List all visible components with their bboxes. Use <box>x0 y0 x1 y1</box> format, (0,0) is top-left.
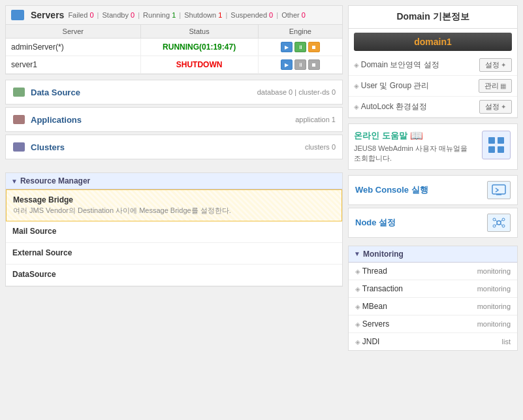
domain-row-label: Domain 보안영역 설정 <box>354 59 479 71</box>
clusters-title: Clusters <box>31 142 305 152</box>
monitoring-item-link[interactable]: monitoring <box>477 320 511 328</box>
failed-label: Failed <box>68 11 87 19</box>
monitoring-item-label: Servers <box>355 319 477 329</box>
standby-count: 0 <box>131 11 135 19</box>
applications-section[interactable]: Applications application 1 <box>5 107 343 132</box>
col-engine-header: Engine <box>258 25 342 39</box>
list-item: MBean monitoring <box>349 298 517 315</box>
domain-rows-container: Domain 보안영역 설정 설정 ✦ User 및 Group 관리 관리 ▦… <box>349 55 517 118</box>
monitoring-item-label: Thread <box>355 267 477 276</box>
applications-stats: application 1 <box>295 116 336 123</box>
applications-title: Applications <box>31 115 295 125</box>
list-item[interactable]: Mail Source <box>6 221 342 243</box>
svg-point-6 <box>493 218 496 221</box>
monitoring-item-label: MBean <box>355 302 477 311</box>
monitoring-item-label: Transaction <box>355 284 477 293</box>
monitoring-item-link[interactable]: list <box>502 338 511 346</box>
data-source-icon <box>12 86 25 99</box>
domain-row: User 및 Group 관리 관리 ▦ <box>349 76 517 97</box>
servers-stats: Failed 0 | Standby 0 | Running 1 | Shutd… <box>68 11 306 19</box>
clusters-stats: clusters 0 <box>305 143 336 151</box>
servers-icon <box>11 10 24 20</box>
domain-row-button[interactable]: 설정 ✦ <box>479 100 512 114</box>
engine-icon-1[interactable]: ▶ <box>281 59 293 70</box>
help-book-icon: 📖 <box>410 129 423 142</box>
data-source-stats: database 0 | cluster-ds 0 <box>257 88 336 96</box>
servers-title: Servers <box>31 10 64 20</box>
resource-manager-title: Resource Manager <box>20 176 90 186</box>
data-source-section[interactable]: Data Source database 0 | cluster-ds 0 <box>5 80 343 105</box>
engine-icon-2[interactable]: ⏸ <box>294 59 306 70</box>
engine-icon-2[interactable]: ⏸ <box>294 42 306 52</box>
svg-rect-0 <box>488 137 495 144</box>
monitoring-item-link[interactable]: monitoring <box>477 302 511 310</box>
svg-rect-3 <box>498 146 504 153</box>
domain-row-label: AutoLock 환경설정 <box>354 101 479 112</box>
server-engine: ▶ ⏸ ⏹ <box>258 39 342 56</box>
resource-item-title: Mail Source <box>12 227 336 236</box>
resource-item-title: DataSource <box>12 270 336 279</box>
col-status-header: Status <box>140 25 258 39</box>
failed-count: 0 <box>89 11 93 19</box>
domain-card: Domain 기본정보 domain1 Domain 보안영역 설정 설정 ✦ … <box>348 5 518 118</box>
server-name: server1 <box>6 56 140 74</box>
svg-point-9 <box>502 225 505 227</box>
running-label: Running <box>143 11 170 19</box>
node-settings-icon <box>487 214 511 232</box>
help-card: 온라인 도움말 📖 JEUS8 WebAdmin 사용자 매뉴얼을 조회합니다. <box>348 123 518 170</box>
resource-item-title: External Source <box>12 248 336 257</box>
svg-rect-4 <box>492 185 505 194</box>
running-count: 1 <box>172 11 176 19</box>
domain-row: Domain 보안영역 설정 설정 ✦ <box>349 55 517 76</box>
list-item[interactable]: Message Bridge 여러 JMS Vendor의 Destinatio… <box>6 189 342 221</box>
resource-manager: ▼ Resource Manager Message Bridge 여러 JMS… <box>5 172 343 287</box>
server-name: adminServer(*) <box>6 39 140 56</box>
servers-header: Servers Failed 0 | Standby 0 | Running 1… <box>6 6 342 25</box>
help-title: 온라인 도움말 📖 <box>354 129 475 142</box>
servers-table: Server Status Engine adminServer(*) RUNN… <box>6 25 342 74</box>
servers-section: Servers Failed 0 | Standby 0 | Running 1… <box>5 5 343 74</box>
table-row[interactable]: server1 SHUTDOWN ▶ ⏸ ⏹ <box>6 56 342 74</box>
domain-name: domain1 <box>354 33 512 51</box>
svg-point-8 <box>493 225 496 227</box>
standby-label: Standby <box>103 11 129 19</box>
clusters-section[interactable]: Clusters clusters 0 <box>5 135 343 159</box>
server-status: SHUTDOWN <box>140 56 258 74</box>
list-item: Thread monitoring <box>349 263 517 280</box>
table-row[interactable]: adminServer(*) RUNNING(01:19:47) ▶ ⏸ ⏹ <box>6 39 342 56</box>
node-settings-row[interactable]: Node 설정 <box>348 208 518 238</box>
monitoring-item-link[interactable]: monitoring <box>477 267 511 275</box>
other-count: 0 <box>302 11 306 19</box>
shutdown-count: 1 <box>218 11 222 19</box>
domain-row: AutoLock 환경설정 설정 ✦ <box>349 97 517 118</box>
shutdown-label: Shutdown <box>184 11 216 19</box>
domain-card-header: Domain 기본정보 <box>349 6 517 29</box>
help-desc: JEUS8 WebAdmin 사용자 매뉴얼을 조회합니다. <box>354 144 475 164</box>
web-console-title: Web Console 실행 <box>355 184 487 196</box>
engine-icon-1[interactable]: ▶ <box>281 42 293 52</box>
resource-item-title: Message Bridge <box>13 195 335 204</box>
list-item: JNDI list <box>349 333 517 350</box>
monitoring-arrow: ▼ <box>354 250 360 257</box>
applications-icon <box>12 113 25 126</box>
monitoring-item-link[interactable]: monitoring <box>477 285 511 293</box>
list-item[interactable]: DataSource <box>6 265 342 286</box>
resource-manager-arrow: ▼ <box>11 178 18 185</box>
monitoring-title: Monitoring <box>363 250 404 259</box>
help-text: 온라인 도움말 📖 JEUS8 WebAdmin 사용자 매뉴얼을 조회합니다. <box>354 129 475 164</box>
engine-icon-3[interactable]: ⏹ <box>308 59 320 70</box>
suspended-label: Suspended <box>230 11 267 19</box>
domain-row-button[interactable]: 설정 ✦ <box>479 58 512 72</box>
clusters-icon <box>12 140 25 153</box>
list-item[interactable]: External Source <box>6 243 342 265</box>
list-item: Transaction monitoring <box>349 280 517 298</box>
help-icon-area <box>481 129 512 161</box>
web-console-row[interactable]: Web Console 실행 <box>348 175 518 205</box>
svg-rect-2 <box>488 146 495 153</box>
engine-icon-3[interactable]: ⏹ <box>308 42 320 52</box>
domain-row-button[interactable]: 관리 ▦ <box>479 79 512 93</box>
monitoring-item-label: JNDI <box>355 337 502 346</box>
server-status: RUNNING(01:19:47) <box>140 39 258 56</box>
svg-point-7 <box>502 218 505 221</box>
resource-items-container: Message Bridge 여러 JMS Vendor의 Destinatio… <box>6 189 342 286</box>
